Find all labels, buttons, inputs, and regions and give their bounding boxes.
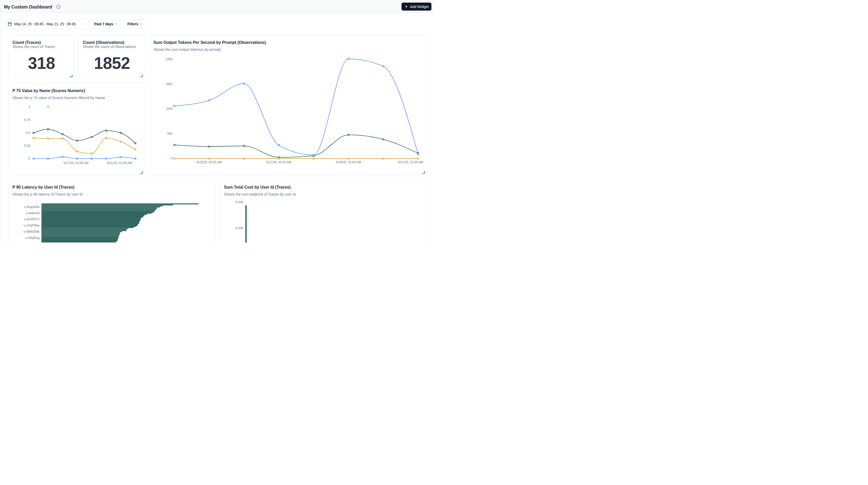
svg-text:u-zVqP3hw: u-zVqP3hw <box>24 224 40 227</box>
svg-text:u-d3qr5cg: u-d3qr5cg <box>26 236 39 240</box>
svg-text:1100: 1100 <box>166 107 173 111</box>
svg-text:0.25: 0.25 <box>24 144 30 147</box>
svg-text:5/21/25, 02:00 AM: 5/21/25, 02:00 AM <box>398 160 423 164</box>
svg-text:u-aobnuxf: u-aobnuxf <box>26 211 40 215</box>
svg-text:u-5M8D56k: u-5M8D56k <box>24 230 40 234</box>
svg-text:550: 550 <box>167 132 172 135</box>
svg-text:0.75: 0.75 <box>24 118 30 122</box>
svg-text:5/17/25, 02:00 AM: 5/17/25, 02:00 AM <box>63 161 88 164</box>
svg-text:u-8fVa9T3: u-8fVa9T3 <box>25 242 39 243</box>
svg-text:5/17/25, 02:00 AM: 5/17/25, 02:00 AM <box>266 160 291 164</box>
svg-text:0: 0 <box>28 157 30 160</box>
svg-text:0.006: 0.006 <box>235 226 243 230</box>
svg-text:0: 0 <box>171 157 173 160</box>
svg-text:1: 1 <box>28 105 30 109</box>
svg-text:0.5: 0.5 <box>26 131 30 135</box>
svg-text:5/15/25, 02:00 AM: 5/15/25, 02:00 AM <box>196 160 221 164</box>
svg-text:5/21/25, 02:00 AM: 5/21/25, 02:00 AM <box>107 161 132 164</box>
svg-text:5/19/25, 02:00 AM: 5/19/25, 02:00 AM <box>336 160 361 164</box>
svg-text:1650: 1650 <box>165 82 173 86</box>
svg-text:u-8sq2w4a: u-8sq2w4a <box>24 205 39 209</box>
svg-text:2200: 2200 <box>165 57 173 61</box>
svg-text:u-tFAR5TX: u-tFAR5TX <box>24 217 39 221</box>
svg-text:0.008: 0.008 <box>235 201 243 204</box>
